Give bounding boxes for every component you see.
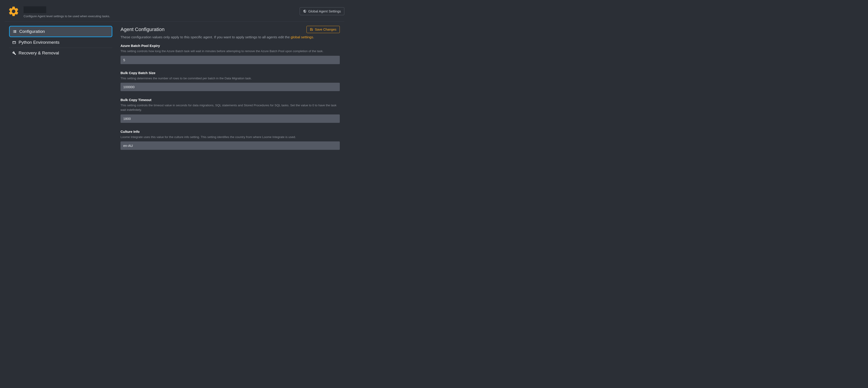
main-panel: Agent Configuration Save Changes These c… (121, 26, 344, 150)
tab-configuration[interactable]: Configuration (9, 26, 112, 37)
field-label: Azure Batch Pool Expiry (121, 44, 340, 48)
field-culture-info: Culture Info Loome Integrate uses this v… (121, 130, 340, 150)
field-bulk-copy-timeout: Bulk Copy Timeout This setting controls … (121, 98, 340, 123)
tab-label: Python Environments (19, 40, 60, 45)
svg-rect-0 (13, 30, 13, 31)
field-label: Culture Info (121, 130, 340, 133)
field-desc: Loome Integrate uses this value for the … (121, 135, 340, 139)
tab-label: Configuration (19, 29, 45, 34)
globe-icon (303, 9, 307, 13)
svg-rect-1 (14, 30, 16, 31)
tab-python-environments[interactable]: Python Environments (9, 37, 112, 48)
svg-rect-4 (13, 32, 13, 33)
culture-info-input[interactable] (121, 142, 340, 150)
field-desc: This setting determines the number of ro… (121, 76, 340, 81)
page-subtitle: Configure Agent level settings to be use… (24, 14, 110, 18)
bulk-copy-batch-size-input[interactable] (121, 83, 340, 91)
panel-title: Agent Configuration (121, 27, 164, 32)
azure-batch-pool-expiry-input[interactable] (121, 56, 340, 64)
save-changes-label: Save Changes (315, 28, 336, 31)
field-label: Bulk Copy Batch Size (121, 71, 340, 75)
field-label: Bulk Copy Timeout (121, 98, 340, 102)
svg-rect-6 (13, 41, 16, 43)
field-bulk-copy-batch-size: Bulk Copy Batch Size This setting determ… (121, 71, 340, 91)
tab-label: Recovery & Removal (19, 51, 59, 56)
global-agent-settings-button[interactable]: Global Agent Settings (300, 7, 344, 15)
page-title-redacted (24, 6, 46, 13)
sidebar: Configuration Python Environments R (4, 26, 112, 150)
tab-recovery-removal[interactable]: Recovery & Removal (9, 48, 112, 58)
wrench-icon (12, 51, 16, 55)
gear-icon (8, 5, 20, 17)
save-icon (310, 28, 313, 31)
intro-prefix: These configuration values only apply to… (121, 35, 290, 39)
svg-rect-5 (14, 32, 16, 33)
field-desc: This setting controls how long the Azure… (121, 49, 340, 54)
field-azure-batch-pool-expiry: Azure Batch Pool Expiry This setting con… (121, 44, 340, 64)
bulk-copy-timeout-input[interactable] (121, 115, 340, 123)
save-changes-button[interactable]: Save Changes (307, 26, 340, 33)
svg-rect-2 (13, 31, 13, 32)
global-settings-link[interactable]: global settings (290, 35, 313, 39)
field-desc: This setting controls the timeout value … (121, 103, 340, 112)
page-header: Configure Agent level settings to be use… (4, 0, 344, 22)
global-agent-settings-label: Global Agent Settings (308, 9, 341, 13)
list-icon (12, 29, 17, 34)
svg-rect-3 (14, 31, 16, 32)
intro-text: These configuration values only apply to… (121, 34, 340, 40)
window-icon (12, 40, 16, 44)
intro-suffix: . (313, 35, 314, 39)
